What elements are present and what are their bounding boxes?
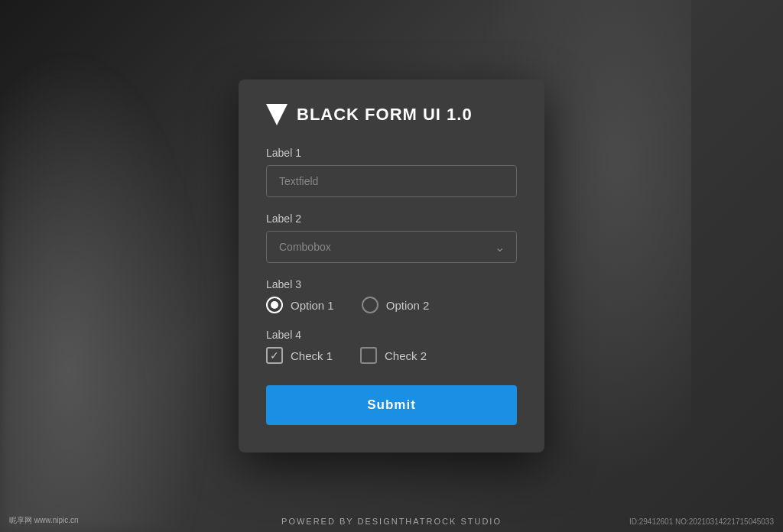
combobox-select[interactable]: Combobox Option A Option B Option C <box>266 231 517 263</box>
checkbox-box-1: ✓ <box>266 347 283 364</box>
radio-inner-1 <box>271 301 278 309</box>
radio-circle-2 <box>362 297 379 313</box>
checkmark-icon-1: ✓ <box>270 350 279 361</box>
checkbox-option1[interactable]: ✓ Check 1 <box>266 347 333 364</box>
radio-group: Option 1 Option 2 <box>266 297 517 313</box>
label4: Label 4 <box>266 329 517 341</box>
checkbox-option2[interactable]: Check 2 <box>360 347 427 364</box>
radio-label-2: Option 2 <box>386 299 430 312</box>
label3: Label 3 <box>266 278 517 290</box>
checkbox-box-2 <box>360 347 377 364</box>
combobox-wrapper: Combobox Option A Option B Option C ⌄ <box>266 231 517 263</box>
form-card: BLACK FORM UI 1.0 Label 1 Label 2 Combob… <box>239 79 544 453</box>
label2-group: Label 2 Combobox Option A Option B Optio… <box>266 212 517 263</box>
label1: Label 1 <box>266 147 517 159</box>
radio-option2[interactable]: Option 2 <box>362 297 430 313</box>
watermark-powered-by: POWERED BY DESIGNTHATROCK STUDIO <box>281 517 502 526</box>
label3-group: Label 3 Option 1 Option 2 <box>266 278 517 313</box>
submit-button[interactable]: Submit <box>266 385 517 425</box>
logo-icon <box>266 104 288 125</box>
label2: Label 2 <box>266 212 517 225</box>
watermark-nipic: 昵享网 www.nipic.cn <box>9 515 79 526</box>
textfield-input[interactable] <box>266 165 517 197</box>
form-title: BLACK FORM UI 1.0 <box>297 105 473 125</box>
background-left-blur <box>0 0 229 532</box>
checkbox-group: ✓ Check 1 Check 2 <box>266 347 517 364</box>
checkbox-label-2: Check 2 <box>385 349 427 362</box>
radio-option1[interactable]: Option 1 <box>266 297 334 313</box>
label4-group: Label 4 ✓ Check 1 Check 2 <box>266 329 517 364</box>
svg-marker-0 <box>266 104 288 125</box>
checkbox-label-1: Check 1 <box>291 349 333 362</box>
radio-circle-1 <box>266 297 283 313</box>
form-title-row: BLACK FORM UI 1.0 <box>266 104 517 125</box>
radio-label-1: Option 1 <box>291 299 334 312</box>
watermark-id: ID:29412601 NO:20210314221715045033 <box>629 517 774 526</box>
label1-group: Label 1 <box>266 147 517 197</box>
